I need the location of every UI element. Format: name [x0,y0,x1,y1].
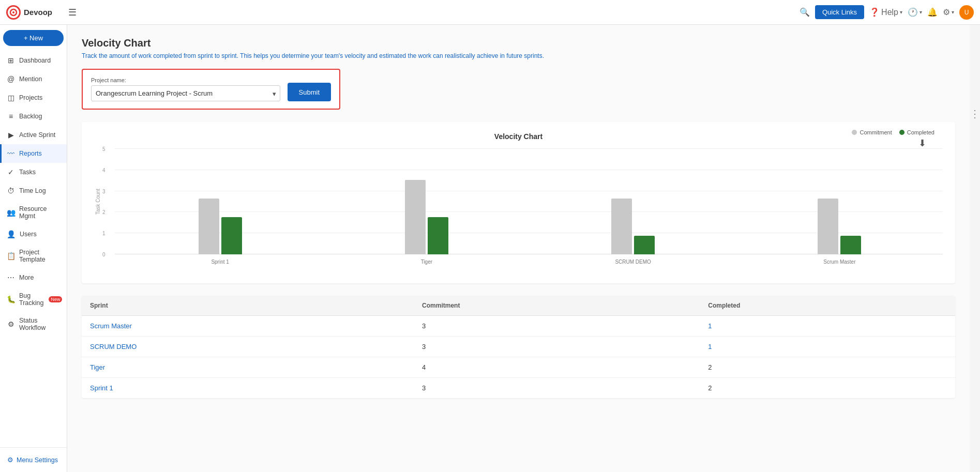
table-row: Tiger 4 2 [82,357,955,378]
settings-chevron: ▾ [952,9,954,15]
project-field: Project name: Orangescrum Learning Proje… [91,77,280,101]
help-label: Help [881,8,898,17]
y-label-2: 2 [102,209,105,215]
sidebar-item-label: Status Workflow [19,317,62,331]
sidebar-item-label: Time Log [19,187,46,194]
sidebar-item-users[interactable]: 👤 Users [0,225,67,243]
chart-title: Velocity Chart [94,132,943,141]
logo-icon [6,5,21,20]
bar-commitment-scrum-master [818,199,838,254]
commitment-cell: 3 [414,316,700,337]
completed-value: 1 [708,343,712,351]
sidebar-item-status-workflow[interactable]: ⚙ Status Workflow [0,312,67,337]
layout: + New ⊞ Dashboard @ Mention ◫ Projects ≡… [0,25,980,472]
sidebar-item-mention[interactable]: @ Mention [0,70,67,88]
y-label-1: 1 [102,231,105,236]
sprint-cell: Scrum Master [82,316,414,337]
bar-label-tiger: Tiger [421,259,432,265]
bar-label-scrum-demo: SCRUM DEMO [615,259,651,265]
sidebar-item-label: Projects [19,94,42,101]
submit-button[interactable]: Submit [288,83,331,101]
settings-gear-icon: ⚙ [7,456,13,464]
project-label: Project name: [91,77,280,83]
notifications-button[interactable]: 🔔 [927,7,938,17]
sidebar-item-time-log[interactable]: ⏱ Time Log [0,181,67,200]
search-icon[interactable]: 🔍 [800,7,810,17]
sidebar-item-label: Backlog [19,113,42,120]
settings-button[interactable]: ⚙ ▾ [943,7,954,17]
sprint-link[interactable]: Scrum Master [90,322,132,330]
commitment-cell: 3 [414,337,700,357]
resource-mgmt-icon: 👥 [7,208,15,217]
sidebar-item-bug-tracking[interactable]: 🐛 Bug Tracking New [0,287,67,312]
sidebar-item-project-template[interactable]: 📋 Project Template [0,243,67,268]
users-icon: 👤 [7,230,16,238]
col-header-commitment: Commitment [414,296,700,316]
clock-button[interactable]: 🕐 ▾ [908,7,922,17]
backlog-icon: ≡ [7,112,15,120]
sidebar-item-label: Dashboard [19,57,51,64]
menu-icon[interactable]: ☰ [68,7,77,18]
sidebar-item-label: Reports [19,150,42,157]
sidebar-item-dashboard[interactable]: ⊞ Dashboard [0,51,67,70]
bug-tracking-badge: New [49,296,62,302]
right-panel-dots[interactable]: ⋮ [970,108,980,120]
completed-cell: 2 [700,357,955,378]
app-name: Devoop [24,8,52,17]
sidebar-item-resource-mgmt[interactable]: 👥 Resource Mgmt [0,200,67,225]
table-row: Sprint 1 3 2 [82,378,955,399]
time-log-icon: ⏱ [7,187,15,195]
sidebar: + New ⊞ Dashboard @ Mention ◫ Projects ≡… [0,25,67,472]
sidebar-item-label: Active Sprint [19,131,55,139]
topbar: Devoop ☰ 🔍 Quick Links ❓ Help ▾ 🕐 ▾ 🔔 ⚙ … [0,0,980,25]
bar-label-scrum-master: Scrum Master [823,259,855,265]
sidebar-item-backlog[interactable]: ≡ Backlog [0,107,67,126]
menu-settings-label: Menu Settings [17,456,58,464]
bar-label-sprint1: Sprint 1 [211,259,229,265]
bar-completed-sprint1 [221,217,242,254]
completed-label: Completed [907,129,934,135]
sidebar-item-projects[interactable]: ◫ Projects [0,88,67,107]
help-chevron: ▾ [900,9,902,15]
bars-scrum-master [818,199,861,254]
avatar[interactable]: U [959,5,974,20]
bug-tracking-icon: 🐛 [7,295,15,303]
table-section: Sprint Commitment Completed Scrum Master… [82,296,955,398]
completed-dot [899,130,904,135]
project-template-icon: 📋 [7,252,15,260]
bar-chart-container: Task Count 0 [94,149,943,273]
help-button[interactable]: ❓ Help ▾ [869,7,902,17]
chart-legend: Commitment Completed ⬇ [852,129,934,135]
download-icon[interactable]: ⬇ [918,138,926,149]
sidebar-item-more[interactable]: ⋯ More [0,268,67,287]
table-header: Sprint Commitment Completed [82,296,955,316]
sidebar-item-active-sprint[interactable]: ▶ Active Sprint [0,126,67,144]
clock-icon: 🕐 [908,7,918,17]
y-label-3: 3 [102,188,105,194]
sprint-link[interactable]: SCRUM DEMO [90,343,137,351]
new-button[interactable]: + New [3,30,63,46]
project-select[interactable]: Orangescrum Learning Project - Scrum [91,85,280,101]
clock-chevron: ▾ [919,9,922,15]
sprint-cell: Tiger [82,357,414,378]
legend-completed: Completed [899,129,934,135]
sidebar-item-tasks[interactable]: ✓ Tasks [0,163,67,181]
active-sprint-icon: ▶ [7,131,15,139]
main-content: Velocity Chart Track the amount of work … [67,25,970,472]
quick-links-button[interactable]: Quick Links [815,5,864,19]
mention-icon: @ [7,75,15,83]
bar-completed-tiger [428,217,448,254]
sprint-link[interactable]: Sprint 1 [90,384,113,392]
y-label-0: 0 [102,252,105,257]
sprint-link[interactable]: Tiger [90,363,105,371]
table-row: Scrum Master 3 1 [82,316,955,337]
bars-sprint1 [199,199,242,254]
sprint-cell: SCRUM DEMO [82,337,414,357]
sidebar-item-reports[interactable]: 〰 Reports [0,144,67,163]
sidebar-item-label: Mention [19,75,42,83]
bars-scrum-demo [611,199,655,254]
bell-icon: 🔔 [927,7,938,17]
menu-settings[interactable]: ⚙ Menu Settings [5,453,62,467]
bar-group-sprint1: Sprint 1 [117,149,323,254]
commitment-cell: 3 [414,378,700,399]
